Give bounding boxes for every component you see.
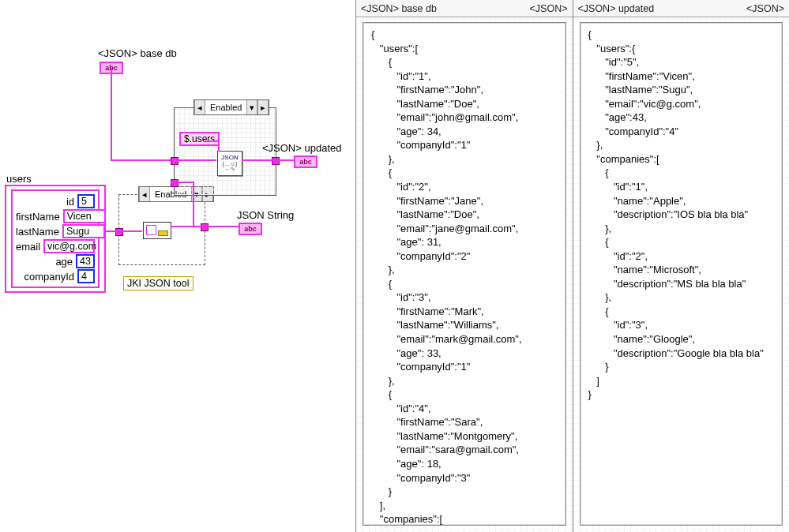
cluster-field-email: emailvic@g.com xyxy=(16,239,95,253)
cluster-field-value[interactable]: 4 xyxy=(77,269,95,283)
flatten-to-json-node[interactable] xyxy=(143,222,171,239)
panel-base-db: <JSON> base db <JSON> { "users":[ { "id"… xyxy=(355,0,573,532)
tunnel2-in-bot xyxy=(171,179,178,187)
cluster-field-label: lastName xyxy=(16,226,62,238)
tunnel-in xyxy=(115,228,123,236)
json-set-node[interactable]: JSON {…☺} ←✎ xyxy=(217,151,242,176)
indicator-json-updated[interactable] xyxy=(294,155,317,168)
tunnel2-in-top xyxy=(171,157,178,165)
cluster-field-value[interactable]: Vicen xyxy=(63,209,106,223)
case-selector-2[interactable]: ◂ Enabled ▾ ▸ xyxy=(193,99,269,115)
cluster-title: users xyxy=(6,173,32,185)
cluster-field-value[interactable]: vic@g.com xyxy=(43,239,95,253)
cluster-field-value[interactable]: 5 xyxy=(77,194,95,208)
case2-right-arrow-icon[interactable]: ▸ xyxy=(257,100,269,114)
cluster-field-label: firstName xyxy=(16,211,63,223)
label-json-base-db: <JSON> base db xyxy=(98,47,177,59)
cluster-field-firstName: firstNameVicen xyxy=(16,209,95,223)
cluster-field-label: companyId xyxy=(16,271,77,283)
cluster-users[interactable]: id5firstNameVicenlastNameSuguemailvic@g.… xyxy=(5,185,106,293)
label-json-updated: <JSON> updated xyxy=(262,142,341,154)
case-label-2: Enabled xyxy=(205,103,246,112)
cluster-field-companyId: companyId4 xyxy=(16,269,95,283)
tunnel2-out xyxy=(272,157,280,165)
panel-body-updated[interactable]: { "users":{ "id":"5", "firstName":"Vicen… xyxy=(580,22,783,526)
case2-dropdown-icon[interactable]: ▾ xyxy=(246,100,257,114)
cluster-field-value[interactable]: Sugu xyxy=(62,224,105,238)
cluster-field-label: id xyxy=(16,196,77,208)
indicator-json-string[interactable] xyxy=(239,223,262,235)
cluster-field-value[interactable]: 43 xyxy=(76,254,95,268)
panel-title-left: <JSON> base db xyxy=(361,3,437,14)
json-path-constant[interactable]: $.users xyxy=(179,132,220,146)
comment-jki: JKI JSON tool xyxy=(123,276,193,290)
cluster-field-label: age xyxy=(16,256,76,268)
cluster-field-id: id5 xyxy=(16,194,95,208)
tunnel-out xyxy=(201,223,209,231)
cluster-field-age: age43 xyxy=(16,254,95,268)
panel-updated: <JSON> updated <JSON> { "users":{ "id":"… xyxy=(573,0,790,532)
panel-body-base-db[interactable]: { "users":[ { "id":"1", "firstName":"Joh… xyxy=(363,22,566,526)
panel-title-right: <JSON> xyxy=(530,3,568,14)
cluster-field-label: email xyxy=(16,241,43,253)
cluster-field-lastName: lastNameSugu xyxy=(16,224,95,238)
case-left-arrow-icon[interactable]: ◂ xyxy=(139,187,150,201)
case2-left-arrow-icon[interactable]: ◂ xyxy=(194,100,205,114)
panel2-title-left: <JSON> updated xyxy=(578,3,655,14)
indicator-panels: <JSON> base db <JSON> { "users":[ { "id"… xyxy=(355,0,789,532)
block-diagram: <JSON> base db users id5firstNameVicenla… xyxy=(0,0,355,532)
panel2-title-right: <JSON> xyxy=(746,3,784,14)
label-json-string: JSON String xyxy=(237,209,294,221)
